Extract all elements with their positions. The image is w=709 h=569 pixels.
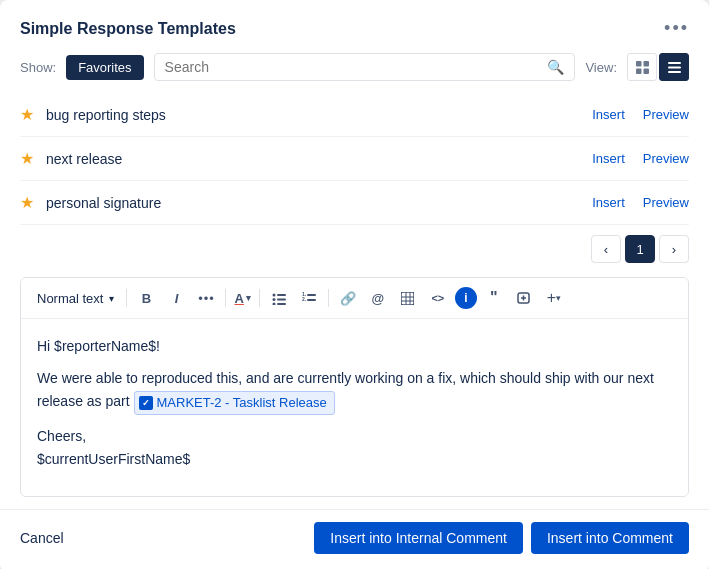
svg-rect-0 [636, 61, 642, 67]
table-button[interactable] [395, 285, 421, 311]
template-name: bug reporting steps [46, 107, 574, 123]
editor-username: $currentUserFirstName$ [37, 451, 190, 467]
view-buttons [627, 53, 689, 81]
view-label: View: [585, 60, 617, 75]
search-input[interactable] [165, 59, 548, 75]
table-row: ★ personal signature Insert Preview [20, 181, 689, 225]
quote-button[interactable]: " [481, 285, 507, 311]
template-name: next release [46, 151, 574, 167]
svg-point-7 [272, 294, 275, 297]
text-color-label: A [234, 291, 243, 306]
svg-rect-14 [307, 294, 316, 296]
svg-text:2.: 2. [302, 296, 307, 302]
mention-button[interactable]: @ [365, 285, 391, 311]
modal-title: Simple Response Templates [20, 20, 236, 38]
svg-rect-16 [307, 299, 316, 301]
link-chip-icon: ✓ [139, 396, 153, 410]
code-button[interactable]: <> [425, 285, 451, 311]
toolbar-separator [259, 289, 260, 307]
svg-point-9 [272, 298, 275, 301]
footer-actions: Insert into Internal Comment Insert into… [314, 522, 689, 554]
insert-link-1[interactable]: Insert [592, 151, 625, 166]
bullet-list-button[interactable] [266, 285, 292, 311]
numbered-list-icon: 1. 2. [302, 291, 316, 305]
next-page-button[interactable]: › [659, 235, 689, 263]
template-list: ★ bug reporting steps Insert Preview ★ n… [0, 93, 709, 225]
favorites-button[interactable]: Favorites [66, 55, 143, 80]
chevron-down-icon: ▾ [109, 293, 114, 304]
editor-line-1: Hi $reporterName$! [37, 335, 672, 357]
toolbar-separator [126, 289, 127, 307]
toolbar-row: Show: Favorites 🔍 View: [0, 49, 709, 93]
svg-rect-10 [277, 299, 286, 301]
editor-line-2: We were able to reproduced this, and are… [37, 367, 672, 415]
text-color-button[interactable]: A ▾ [232, 289, 252, 308]
link-chip-label: MARKET-2 - Tasklist Release [157, 393, 327, 414]
grid-view-button[interactable] [627, 53, 657, 81]
favorite-star-icon[interactable]: ★ [20, 149, 34, 168]
attach-icon [517, 291, 530, 305]
favorite-star-icon[interactable]: ★ [20, 193, 34, 212]
insert-link-0[interactable]: Insert [592, 107, 625, 122]
svg-rect-5 [668, 66, 681, 68]
modal-footer: Cancel Insert into Internal Comment Inse… [0, 509, 709, 569]
insert-link-2[interactable]: Insert [592, 195, 625, 210]
link-button[interactable]: 🔗 [335, 285, 361, 311]
editor-line-3: Cheers, $currentUserFirstName$ [37, 425, 672, 470]
svg-rect-17 [401, 292, 414, 305]
table-row: ★ bug reporting steps Insert Preview [20, 93, 689, 137]
color-chevron-icon: ▾ [246, 293, 251, 303]
info-button[interactable]: i [455, 287, 477, 309]
format-dropdown-label: Normal text [37, 291, 103, 306]
list-icon [668, 61, 681, 74]
editor-cheers: Cheers, [37, 428, 86, 444]
attach-button[interactable] [511, 285, 537, 311]
grid-icon [636, 61, 649, 74]
insert-comment-button[interactable]: Insert into Comment [531, 522, 689, 554]
svg-rect-3 [643, 68, 649, 74]
page-1-button[interactable]: 1 [625, 235, 655, 263]
cancel-button[interactable]: Cancel [20, 524, 64, 552]
italic-button[interactable]: I [163, 285, 189, 311]
bold-button[interactable]: B [133, 285, 159, 311]
search-box: 🔍 [154, 53, 576, 81]
more-format-button[interactable]: ••• [193, 285, 219, 311]
svg-rect-4 [668, 62, 681, 64]
search-icon: 🔍 [547, 59, 564, 75]
svg-rect-6 [668, 71, 681, 73]
preview-link-0[interactable]: Preview [643, 107, 689, 122]
more-options-icon[interactable]: ••• [664, 18, 689, 39]
modal-header: Simple Response Templates ••• [0, 0, 709, 49]
svg-rect-1 [643, 61, 649, 67]
table-icon [401, 292, 414, 305]
modal: Simple Response Templates ••• Show: Favo… [0, 0, 709, 569]
editor-area: Normal text ▾ B I ••• A ▾ [20, 277, 689, 497]
editor-content[interactable]: Hi $reporterName$! We were able to repro… [21, 319, 688, 496]
toolbar-separator [328, 289, 329, 307]
svg-point-11 [272, 303, 275, 306]
pagination: ‹ 1 › [0, 225, 709, 271]
format-dropdown[interactable]: Normal text ▾ [31, 289, 120, 308]
toolbar-separator [225, 289, 226, 307]
template-name: personal signature [46, 195, 574, 211]
bullet-list-icon [272, 291, 286, 305]
show-label: Show: [20, 60, 56, 75]
list-view-button[interactable] [659, 53, 689, 81]
link-chip[interactable]: ✓ MARKET-2 - Tasklist Release [134, 391, 335, 416]
insert-internal-comment-button[interactable]: Insert into Internal Comment [314, 522, 523, 554]
editor-toolbar: Normal text ▾ B I ••• A ▾ [21, 278, 688, 319]
preview-link-2[interactable]: Preview [643, 195, 689, 210]
prev-page-button[interactable]: ‹ [591, 235, 621, 263]
preview-link-1[interactable]: Preview [643, 151, 689, 166]
table-row: ★ next release Insert Preview [20, 137, 689, 181]
plus-button[interactable]: +▾ [541, 285, 567, 311]
svg-rect-8 [277, 294, 286, 296]
svg-rect-2 [636, 68, 642, 74]
svg-rect-12 [277, 303, 286, 305]
editor-text-2: We were able to reproduced this, and are… [37, 370, 654, 408]
favorite-star-icon[interactable]: ★ [20, 105, 34, 124]
numbered-list-button[interactable]: 1. 2. [296, 285, 322, 311]
